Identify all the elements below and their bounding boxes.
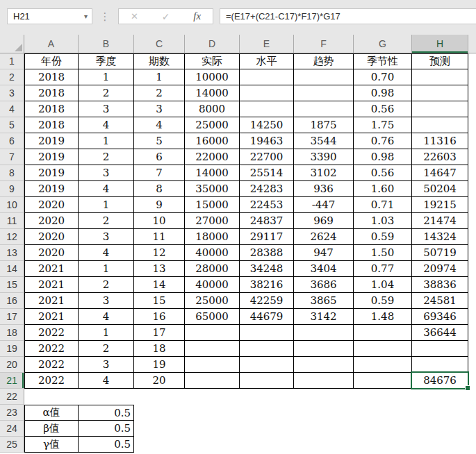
cell-A5[interactable]: 2018	[24, 117, 79, 133]
cell-E4[interactable]	[240, 101, 294, 117]
cell-B18[interactable]: 1	[79, 325, 134, 341]
cell-C24[interactable]	[134, 421, 185, 437]
cell-G19[interactable]	[354, 341, 412, 357]
column-header-G[interactable]: G	[354, 35, 412, 53]
cell-A1[interactable]: 年份	[24, 53, 79, 69]
cell-G7[interactable]: 0.98	[354, 149, 412, 165]
cell-A23[interactable]: α值	[24, 405, 79, 421]
cell-B1[interactable]: 季度	[79, 53, 134, 69]
cell-C25[interactable]	[134, 437, 185, 453]
cell-H12[interactable]: 14324	[412, 229, 468, 245]
cell-D25[interactable]	[185, 437, 240, 453]
select-all-corner[interactable]	[0, 35, 24, 53]
cell-C10[interactable]: 9	[134, 197, 185, 213]
cell-A20[interactable]: 2022	[24, 357, 79, 373]
cell-A25[interactable]: γ值	[24, 437, 79, 453]
cell-C23[interactable]	[134, 405, 185, 421]
cell-E16[interactable]: 42259	[240, 293, 294, 309]
cell-G8[interactable]: 0.56	[354, 165, 412, 181]
cell-E14[interactable]: 34248	[240, 261, 294, 277]
cell-A10[interactable]: 2020	[24, 197, 79, 213]
cell-F3[interactable]	[294, 85, 354, 101]
cell-F2[interactable]	[294, 69, 354, 85]
row-header-20[interactable]: 20	[0, 357, 24, 373]
cell-B12[interactable]: 3	[79, 229, 134, 245]
cell-D16[interactable]: 25000	[185, 293, 240, 309]
column-header-E[interactable]: E	[240, 35, 294, 53]
cell-B17[interactable]: 4	[79, 309, 134, 325]
cell-B6[interactable]: 1	[79, 133, 134, 149]
name-box-dropdown-icon[interactable]: ▾	[84, 9, 88, 24]
cell-C1[interactable]: 期数	[134, 53, 185, 69]
cell-E15[interactable]: 38216	[240, 277, 294, 293]
cell-H16[interactable]: 24581	[412, 293, 468, 309]
cell-C14[interactable]: 13	[134, 261, 185, 277]
cell-E22[interactable]	[240, 389, 294, 405]
cell-A15[interactable]: 2021	[24, 277, 79, 293]
cell-C7[interactable]: 6	[134, 149, 185, 165]
cell-B2[interactable]: 1	[79, 69, 134, 85]
cell-B4[interactable]: 3	[79, 101, 134, 117]
row-header-15[interactable]: 15	[0, 277, 24, 293]
cell-F5[interactable]: 1875	[294, 117, 354, 133]
cell-C12[interactable]: 11	[134, 229, 185, 245]
cell-G3[interactable]: 0.98	[354, 85, 412, 101]
row-header-2[interactable]: 2	[0, 69, 24, 85]
cell-G12[interactable]: 0.59	[354, 229, 412, 245]
cell-A17[interactable]: 2021	[24, 309, 79, 325]
row-header-25[interactable]: 25	[0, 437, 24, 453]
cell-G23[interactable]	[354, 405, 412, 421]
cell-B19[interactable]: 2	[79, 341, 134, 357]
cell-H6[interactable]: 11316	[412, 133, 468, 149]
cell-G15[interactable]: 1.04	[354, 277, 412, 293]
cell-H11[interactable]: 21474	[412, 213, 468, 229]
row-header-23[interactable]: 23	[0, 405, 24, 421]
cell-F22[interactable]	[294, 389, 354, 405]
cell-C4[interactable]: 3	[134, 101, 185, 117]
cell-F19[interactable]	[294, 341, 354, 357]
cell-C17[interactable]: 16	[134, 309, 185, 325]
row-header-13[interactable]: 13	[0, 245, 24, 261]
cell-G24[interactable]	[354, 421, 412, 437]
cell-A12[interactable]: 2020	[24, 229, 79, 245]
column-header-F[interactable]: F	[294, 35, 354, 53]
cell-H2[interactable]	[412, 69, 468, 85]
insert-function-icon[interactable]: fx	[193, 10, 201, 22]
cell-G22[interactable]	[354, 389, 412, 405]
cell-B16[interactable]: 3	[79, 293, 134, 309]
cell-D13[interactable]: 40000	[185, 245, 240, 261]
cell-H22[interactable]	[412, 389, 468, 405]
column-header-D[interactable]: D	[185, 35, 240, 53]
cell-D17[interactable]: 65000	[185, 309, 240, 325]
cell-E10[interactable]: 22453	[240, 197, 294, 213]
row-header-10[interactable]: 10	[0, 197, 24, 213]
cell-G21[interactable]	[354, 373, 412, 389]
cell-H21[interactable]: 84676	[412, 373, 468, 389]
cell-H18[interactable]: 36644	[412, 325, 468, 341]
cell-A13[interactable]: 2020	[24, 245, 79, 261]
cell-C19[interactable]: 18	[134, 341, 185, 357]
cell-H14[interactable]: 20974	[412, 261, 468, 277]
row-header-9[interactable]: 9	[0, 181, 24, 197]
cell-D11[interactable]: 27000	[185, 213, 240, 229]
cell-F8[interactable]: 3102	[294, 165, 354, 181]
cell-A3[interactable]: 2018	[24, 85, 79, 101]
cell-B21[interactable]: 4	[79, 373, 134, 389]
cell-G4[interactable]: 0.56	[354, 101, 412, 117]
cell-E20[interactable]	[240, 357, 294, 373]
cell-E17[interactable]: 44679	[240, 309, 294, 325]
cell-G18[interactable]	[354, 325, 412, 341]
cell-A6[interactable]: 2019	[24, 133, 79, 149]
cell-F25[interactable]	[294, 437, 354, 453]
cell-H23[interactable]	[412, 405, 468, 421]
cell-C5[interactable]: 4	[134, 117, 185, 133]
row-header-5[interactable]: 5	[0, 117, 24, 133]
cell-F12[interactable]: 2624	[294, 229, 354, 245]
cell-D22[interactable]	[185, 389, 240, 405]
cell-C20[interactable]: 19	[134, 357, 185, 373]
column-header-A[interactable]: A	[24, 35, 79, 53]
row-header-18[interactable]: 18	[0, 325, 24, 341]
cell-C16[interactable]: 15	[134, 293, 185, 309]
cell-E7[interactable]: 22700	[240, 149, 294, 165]
cell-A21[interactable]: 2022	[24, 373, 79, 389]
